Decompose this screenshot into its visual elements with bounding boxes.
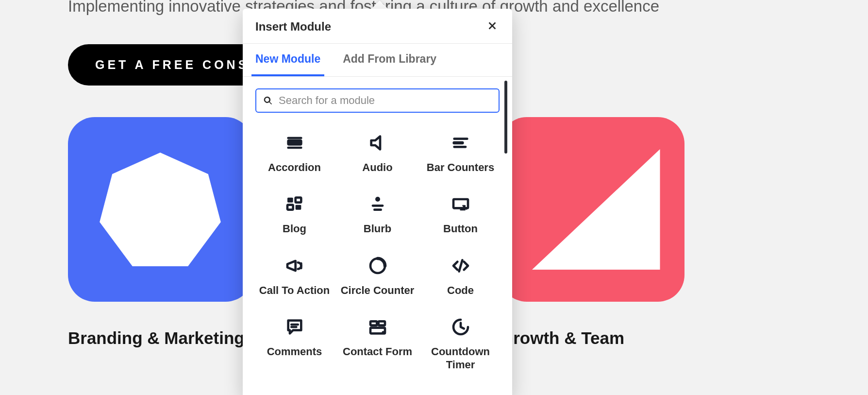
modal-tabs: New Module Add From Library	[243, 44, 512, 77]
svg-rect-15	[453, 199, 468, 208]
modal-body: Accordion Audio Bar Counters Blog	[243, 77, 512, 395]
module-code[interactable]: Code	[421, 255, 500, 297]
module-label: Blog	[283, 223, 306, 235]
svg-rect-9	[295, 198, 301, 203]
svg-rect-11	[295, 205, 301, 210]
module-grid: Accordion Audio Bar Counters Blog	[255, 132, 500, 371]
svg-rect-3	[288, 140, 301, 144]
tab-add-from-library[interactable]: Add From Library	[339, 44, 440, 76]
code-icon	[450, 255, 471, 276]
accordion-icon	[284, 132, 305, 154]
module-call-to-action[interactable]: Call To Action	[255, 255, 334, 297]
module-label: Code	[447, 284, 474, 297]
module-comments[interactable]: Comments	[255, 316, 334, 371]
module-label: Blurb	[364, 223, 391, 235]
module-bar-counters[interactable]: Bar Counters	[421, 132, 500, 174]
module-button[interactable]: Button	[421, 193, 500, 235]
search-icon	[263, 96, 273, 105]
svg-point-24	[382, 331, 385, 335]
card-tile-branding[interactable]	[68, 117, 252, 302]
module-label: Contact Form	[343, 345, 412, 358]
module-accordion[interactable]: Accordion	[255, 132, 334, 174]
card-title-branding: Branding & Marketing	[68, 328, 245, 348]
close-button[interactable]	[485, 18, 500, 34]
module-label: Bar Counters	[427, 161, 494, 174]
svg-rect-10	[287, 205, 293, 210]
module-label: Countdown Timer	[421, 345, 500, 371]
search-wrap[interactable]	[255, 88, 500, 113]
module-blog[interactable]: Blog	[255, 193, 334, 235]
svg-marker-1	[532, 149, 660, 270]
comments-icon	[284, 316, 305, 338]
card-tile-growth[interactable]	[500, 117, 684, 302]
module-label: Accordion	[268, 161, 321, 174]
module-countdown[interactable]: Countdown Timer	[421, 316, 500, 371]
megaphone-icon	[284, 255, 305, 276]
triangle-icon	[515, 134, 670, 285]
module-label: Circle Counter	[341, 284, 415, 297]
tab-new-module[interactable]: New Module	[251, 44, 324, 76]
audio-icon	[367, 132, 388, 154]
blog-icon	[284, 193, 305, 215]
modal-header: Insert Module	[243, 9, 512, 44]
card-growth: Growth & Team	[500, 117, 684, 348]
button-icon	[450, 193, 471, 215]
svg-rect-21	[370, 322, 377, 326]
insert-module-modal: Insert Module New Module Add From Librar…	[243, 9, 512, 395]
countdown-icon	[450, 316, 471, 338]
card-branding: Branding & Marketing	[68, 117, 252, 348]
svg-rect-22	[378, 322, 384, 326]
module-blurb[interactable]: Blurb	[338, 193, 417, 235]
module-contact[interactable]: Contact Form	[338, 316, 417, 371]
close-icon	[487, 20, 498, 31]
module-label: Audio	[362, 161, 392, 174]
module-circle-counter[interactable]: Circle Counter	[338, 255, 417, 297]
svg-rect-8	[287, 198, 293, 203]
circle-counter-icon	[367, 255, 388, 276]
module-label: Comments	[267, 345, 322, 358]
module-audio[interactable]: Audio	[338, 132, 417, 174]
svg-marker-0	[100, 153, 221, 266]
svg-point-12	[375, 197, 380, 202]
search-input[interactable]	[279, 94, 492, 107]
blurb-icon	[367, 193, 388, 215]
scrollbar-thumb[interactable]	[504, 81, 507, 154]
module-label: Button	[443, 223, 478, 235]
bar-counters-icon	[450, 132, 471, 154]
module-label: Call To Action	[259, 284, 330, 297]
heptagon-icon	[97, 146, 223, 273]
modal-title: Insert Module	[255, 20, 331, 34]
contact-icon	[367, 316, 388, 338]
svg-line-18	[459, 260, 462, 271]
card-title-growth: Growth & Team	[500, 328, 624, 348]
